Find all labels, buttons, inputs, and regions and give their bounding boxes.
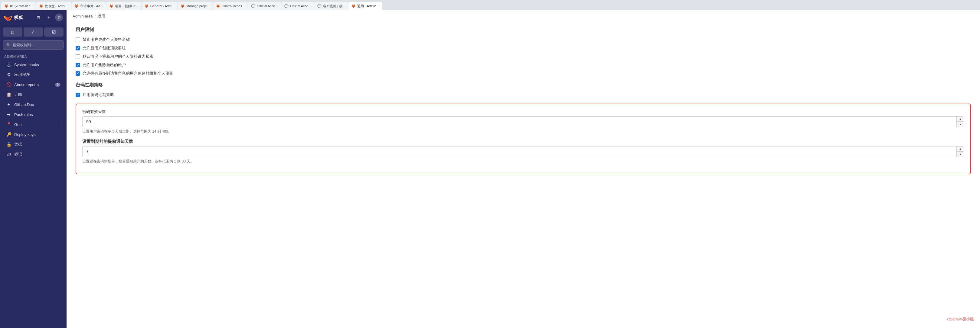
advance-notice-hint: 设置要在密码到期前，提前通知用户的天数。选择范围为 1 到 30 天。 (82, 159, 964, 164)
icon-system-hooks: ⚓ (6, 62, 11, 67)
checkbox-user-restriction-4[interactable] (76, 71, 80, 76)
sidebar-item-credentials[interactable]: 🔒 凭据 (2, 139, 65, 149)
sidebar-search[interactable]: 🔍 搜索或转到... (3, 40, 64, 50)
browser-tab-tab7[interactable]: 🦊 Control acces... (213, 2, 248, 10)
main-content: Admin area / 通用 用户限制 禁止用户更改个人资料名称 允许新用户创… (67, 10, 980, 328)
icon-gitlab-duo: ✦ (6, 102, 11, 107)
user-avatar[interactable]: 管 (55, 14, 63, 21)
breadcrumb-admin: Admin area (73, 14, 92, 18)
user-restriction-row-3: 允许用户删除自己的帐户 (76, 62, 971, 68)
advance-notice-spinner: ▲ ▼ (956, 146, 964, 157)
sidebar-item-system-hooks[interactable]: ⚓ System hooks (2, 60, 65, 70)
password-days-input-row: ▲ ▼ (82, 116, 964, 127)
add-button[interactable]: ＋ (45, 14, 52, 21)
gitlab-logo-icon (4, 13, 12, 22)
sidebar-item-subscriptions[interactable]: 📋 订阅 (2, 90, 65, 99)
tab-label: General · Adm... (150, 4, 174, 8)
app-container: 极狐 ⊟ ＋ 管 ◻ ⑃ ☑ 🔍 搜索或转到... Admin area ⚓ S… (0, 10, 980, 328)
search-label: 搜索或转到... (13, 43, 34, 48)
tab-favicon: 🦊 (39, 4, 43, 8)
breadcrumb-separator: / (94, 14, 95, 18)
tab-favicon: 🦊 (4, 4, 8, 8)
browser-tab-tab3[interactable]: 🦊 审计事件 · Ad... (72, 2, 106, 10)
password-policy-checkboxes: 启用密码过期策略 (76, 92, 971, 98)
label-applications: 应用程序 (14, 72, 60, 77)
advance-notice-increment[interactable]: ▲ (957, 146, 964, 152)
label-system-hooks: System hooks (14, 62, 60, 67)
browser-tab-tab5[interactable]: 🦊 General · Adm... (142, 2, 177, 10)
icon-subscriptions: 📋 (6, 92, 11, 97)
icon-deploy-keys: 🔑 (6, 132, 11, 137)
checkbox-user-restriction-1[interactable] (76, 46, 80, 51)
gitlab-logo[interactable]: 极狐 (4, 13, 23, 22)
browser-tab-tab6[interactable]: 🦊 Manage proje... (178, 2, 212, 10)
browser-tab-tab2[interactable]: 🦊 仪表盘 · Admi... (36, 2, 71, 10)
sidebar-item-geo[interactable]: 📍 Geo › (2, 120, 65, 129)
checkbox-user-restriction-2[interactable] (76, 54, 80, 59)
sidebar-item-push-rules[interactable]: ➡ Push rules (2, 109, 65, 119)
label-credentials: 凭据 (14, 142, 60, 147)
page-content: 用户限制 禁止用户更改个人资料名称 允许新用户创建顶级群组 默认情况下将新用户的… (67, 22, 980, 328)
sidebar: 极狐 ⊟ ＋ 管 ◻ ⑃ ☑ 🔍 搜索或转到... Admin area ⚓ S… (0, 10, 67, 328)
password-days-increment[interactable]: ▲ (957, 117, 964, 122)
sidebar-issues-button[interactable]: ☑ (44, 27, 64, 36)
password-days-input[interactable] (83, 117, 956, 127)
advance-notice-input-row: ▲ ▼ (82, 146, 964, 157)
user-restriction-checkboxes: 禁止用户更改个人资料名称 允许新用户创建顶级群组 默认情况下将新用户的个人资料设… (76, 37, 971, 76)
label-abuse-reports: Abuse reports (14, 82, 52, 87)
tab-favicon: 🦊 (181, 4, 185, 8)
tab-favicon: 🦊 (216, 4, 220, 8)
tab-label: Manage proje... (186, 4, 209, 8)
breadcrumb: Admin area / 通用 (67, 10, 980, 22)
sidebar-item-deploy-keys[interactable]: 🔑 Deploy keys (2, 130, 65, 139)
browser-tabs: 🦊 #1 (xRnstJB7... 🦊 仪表盘 · Admi... 🦊 审计事件… (0, 0, 980, 10)
advance-notice-decrement[interactable]: ▼ (957, 152, 964, 157)
user-restriction-row-0: 禁止用户更改个人资料名称 (76, 37, 971, 42)
checkbox-password-policy-0[interactable] (76, 93, 80, 97)
sidebar-item-gitlab-duo[interactable]: ✦ GitLab Duo (2, 100, 65, 109)
tab-label: Control acces... (222, 4, 245, 8)
tab-favicon: 💬 (317, 4, 321, 8)
icon-push-rules: ➡ (6, 112, 11, 117)
sidebar-item-applications[interactable]: ⚙ 应用程序 (2, 70, 65, 79)
collapse-sidebar-button[interactable]: ⊟ (35, 14, 42, 21)
tab-label: 项目 · 极狐Git... (115, 4, 138, 8)
icon-labels: 🏷 (6, 152, 11, 157)
chevron-geo: › (60, 123, 60, 126)
browser-tab-tab8[interactable]: 💬 Official Acco... (248, 2, 281, 10)
checkbox-label-user-restriction-3: 允许用户删除自己的帐户 (83, 62, 126, 68)
checkbox-label-user-restriction-4: 允许拥有最多到访客角色的用户创建群组和个人项目 (83, 71, 173, 76)
password-policy-row-0: 启用密码过期策略 (76, 92, 971, 98)
user-restriction-row-1: 允许新用户创建顶级群组 (76, 45, 971, 51)
label-labels: 标记 (14, 152, 60, 157)
browser-tab-tab9[interactable]: 💬 Official Acco... (281, 2, 314, 10)
sidebar-item-abuse-reports[interactable]: 🚫 Abuse reports 0 (2, 80, 65, 89)
icon-geo: 📍 (6, 122, 11, 127)
sidebar-mr-button[interactable]: ⑃ (24, 27, 43, 36)
tab-favicon: 🦊 (75, 4, 79, 8)
tab-favicon: 🦊 (352, 4, 356, 8)
badge-abuse-reports: 0 (55, 83, 60, 87)
user-restrictions-title: 用户限制 (76, 27, 971, 33)
checkbox-user-restriction-0[interactable] (76, 38, 80, 42)
advance-notice-input[interactable] (83, 147, 956, 157)
icon-credentials: 🔒 (6, 142, 11, 147)
browser-tab-tab10[interactable]: 💬 客户案例 | 极... (314, 2, 348, 10)
browser-tab-tab1[interactable]: 🦊 #1 (xRnstJB7... (1, 2, 36, 10)
sidebar-item-labels[interactable]: 🏷 标记 (2, 149, 65, 159)
password-days-decrement[interactable]: ▼ (957, 122, 964, 127)
checkbox-user-restriction-3[interactable] (76, 63, 80, 67)
password-policy-section: 密码过期策略 启用密码过期策略 (76, 82, 971, 98)
label-geo: Geo (14, 122, 57, 127)
label-gitlab-duo: GitLab Duo (14, 102, 60, 107)
icon-applications: ⚙ (6, 72, 11, 77)
user-restrictions-section: 用户限制 禁止用户更改个人资料名称 允许新用户创建顶级群组 默认情况下将新用户的… (76, 27, 971, 76)
browser-tab-tab4[interactable]: 🦊 项目 · 极狐Git... (106, 2, 141, 10)
icon-abuse-reports: 🚫 (6, 82, 11, 87)
tab-favicon: 💬 (284, 4, 288, 8)
browser-tab-tab11[interactable]: 🦊 通用 · Admin... (348, 2, 382, 10)
breadcrumb-current: 通用 (97, 13, 105, 19)
sidebar-todo-button[interactable]: ◻ (3, 27, 22, 36)
tab-favicon: 🦊 (109, 4, 113, 8)
sidebar-action-buttons: ◻ ⑃ ☑ (0, 25, 67, 39)
